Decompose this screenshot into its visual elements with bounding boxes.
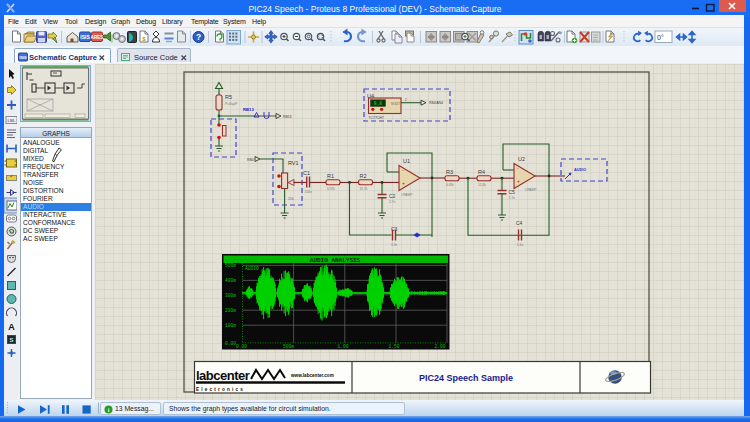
svg-text:OPAMP: OPAMP	[525, 188, 536, 192]
svg-text:labcenter: labcenter	[196, 368, 250, 383]
svg-text:RB13: RB13	[283, 115, 292, 119]
svg-text:5.6n: 5.6n	[517, 243, 523, 247]
svg-text:100n: 100n	[305, 190, 313, 194]
svg-text:LBL: LBL	[8, 118, 16, 123]
svg-text:AUDIO ANALYSIS: AUDIO ANALYSIS	[310, 257, 361, 264]
svg-text:U2: U2	[518, 156, 525, 162]
svg-text:0°: 0°	[657, 34, 664, 41]
svg-text:500m: 500m	[225, 263, 236, 268]
svg-text:AUDIO: AUDIO	[574, 168, 586, 172]
svg-text:RB4/AN4: RB4/AN4	[429, 101, 443, 105]
svg-text:3.3n: 3.3n	[391, 243, 397, 247]
svg-text:RB0: RB0	[247, 158, 254, 162]
svg-text:400m: 400m	[225, 278, 236, 283]
svg-text:VOUT: VOUT	[391, 102, 400, 106]
svg-text:OPAMP: OPAMP	[401, 193, 412, 197]
svg-text:0.00: 0.00	[225, 341, 236, 346]
svg-text:2: 2	[405, 98, 407, 102]
svg-text:500m: 500m	[283, 344, 294, 349]
svg-text:2.7n: 2.7n	[509, 196, 515, 200]
svg-text:R3: R3	[446, 169, 453, 175]
svg-text:ISIS: ISIS	[80, 34, 90, 40]
svg-text:+: +	[402, 180, 405, 186]
svg-text:www.labcenter.com: www.labcenter.com	[290, 373, 334, 378]
svg-text:R2: R2	[360, 173, 367, 179]
svg-text:U1: U1	[403, 158, 410, 164]
svg-text:PullupP: PullupP	[225, 102, 238, 106]
svg-text:1.00: 1.00	[338, 344, 349, 349]
svg-text:?: ?	[196, 32, 201, 42]
svg-text:12.4k: 12.4k	[478, 183, 486, 187]
svg-text:R5: R5	[225, 94, 232, 100]
svg-text:PIC24 Speech Sample: PIC24 Speech Sample	[419, 373, 513, 383]
svg-text:RV1: RV1	[288, 160, 299, 166]
svg-text:8.8: 8.8	[374, 101, 382, 106]
svg-text:C2: C2	[389, 193, 396, 199]
svg-text:ARES: ARES	[91, 35, 104, 40]
svg-text:300m: 300m	[225, 293, 236, 298]
svg-text:6.49k: 6.49k	[446, 183, 454, 187]
svg-text:Electronics: Electronics	[196, 387, 245, 392]
svg-text:19.7k: 19.7k	[360, 187, 368, 191]
svg-text:C4: C4	[516, 220, 523, 226]
svg-text:20k: 20k	[288, 197, 294, 201]
svg-text:2.7n: 2.7n	[389, 200, 395, 204]
svg-text:R4: R4	[478, 169, 485, 175]
svg-text:100m: 100m	[225, 323, 236, 328]
svg-text:TC77CHT: TC77CHT	[369, 116, 384, 120]
svg-text:+: +	[517, 178, 520, 184]
svg-text:R1: R1	[327, 173, 334, 179]
svg-text:2.00: 2.00	[435, 344, 446, 349]
svg-text:AUDIO: AUDIO	[245, 266, 259, 271]
svg-text:1.50: 1.50	[389, 344, 400, 349]
svg-text:0.00: 0.00	[236, 344, 247, 349]
svg-text:A: A	[8, 322, 15, 332]
svg-text:C5: C5	[509, 189, 516, 195]
svg-text:200m: 200m	[225, 308, 236, 313]
svg-text:C1: C1	[303, 170, 310, 176]
svg-text:6.37k: 6.37k	[327, 187, 335, 191]
svg-text:S: S	[9, 337, 13, 343]
svg-text:ISIS: ISIS	[19, 55, 27, 60]
svg-text:RB13: RB13	[243, 107, 254, 112]
